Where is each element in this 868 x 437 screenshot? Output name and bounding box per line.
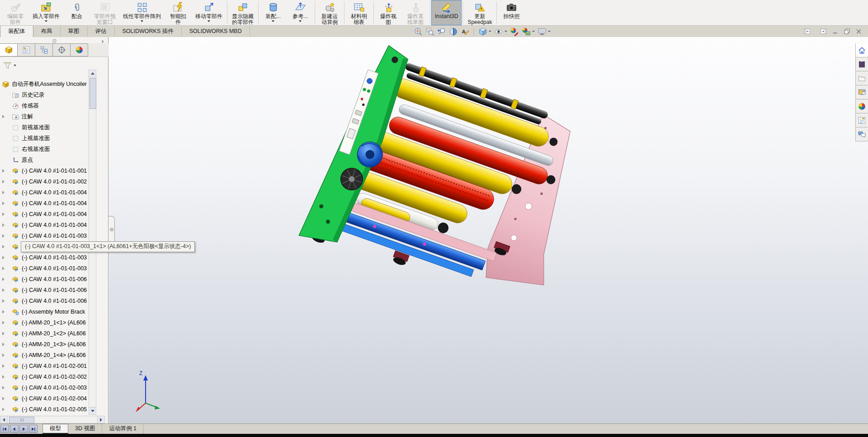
tree-part[interactable]: (-) AMM-20_1<1> (AL606 [0,317,89,328]
expand-arrow-icon[interactable] [2,223,9,227]
expand-arrow-icon[interactable] [2,332,9,335]
tab-sketch[interactable]: 草图 [61,26,88,37]
next-tab-button[interactable] [19,425,28,433]
tree-annotations[interactable]: 注解 [0,111,89,122]
model-3d-uncoiler[interactable] [271,38,615,336]
expand-arrow-icon[interactable] [2,277,9,281]
expand-arrow-icon[interactable] [2,234,9,238]
previous-view-button[interactable] [437,27,446,36]
last-tab-button[interactable] [29,425,38,433]
expand-arrow-icon[interactable] [2,245,9,249]
tree-part[interactable]: (-) CAW 4.0 #1-01-02-005 [0,404,89,415]
tree-right-plane[interactable]: 右视基准面 [0,144,89,155]
edit-appearance-button[interactable] [510,27,519,36]
linear-component-pattern-button[interactable]: 线性零部件阵列 [119,0,165,25]
tab-sw-addins[interactable]: SOLIDWORKS 插件 [115,26,182,37]
expand-arrow-icon[interactable] [2,202,9,205]
minimize-button[interactable] [831,28,839,35]
restore-button[interactable] [843,28,851,35]
tree-root[interactable]: 自动开卷机Assembly Uncoiler [0,79,89,89]
scroll-down-button[interactable] [89,407,96,414]
expand-arrow-icon[interactable] [2,256,9,259]
tree-top-plane[interactable]: 上视基准面 [0,133,89,144]
tree-part[interactable]: (-) CAW 4.0 #1-01-01-004 [0,220,89,230]
configurationmanager-tab[interactable] [35,43,53,56]
scroll-right-button[interactable] [97,416,104,423]
custom-properties-tab[interactable] [856,113,868,127]
first-tab-button[interactable] [0,425,9,433]
tree-sensors[interactable]: 传感器 [0,100,89,111]
tree-part[interactable]: (-) CAW 4.0 #1-01-02-003 [0,382,89,393]
tree-part[interactable]: (-) CAW 4.0 #1-01-01-006 [0,274,89,285]
tree-part[interactable]: (-) CAW 4.0 #1-01-01-004 [0,209,89,220]
dimxpertmanager-tab[interactable] [53,43,71,56]
apply-scene-button[interactable] [522,27,535,36]
design-library-tab[interactable] [856,57,868,71]
expand-arrow-icon[interactable] [2,397,9,400]
explode-line-sketch-button[interactable]: 爆炸直 线草图 [402,0,429,25]
show-hidden-components-button[interactable]: 显示隐藏 的零部件 [228,0,257,25]
tree-part[interactable]: (-) CAW 4.0 #1-01-02-004 [0,393,89,404]
annotation-views-button[interactable] [461,27,470,36]
zoom-to-area-button[interactable] [425,27,434,36]
bill-of-materials-button[interactable]: 材料明 细表 [345,0,373,25]
insert-components-button[interactable]: 插入零部件 [29,0,63,25]
tree-part[interactable]: (-) CAW 4.0 #1-01-01-003 [0,230,89,241]
tree-part[interactable]: (-) CAW 4.0 #1-01-02-002 [0,371,89,382]
expand-pane-left-button[interactable] [803,28,811,35]
expand-arrow-icon[interactable] [2,191,9,194]
tree-part[interactable]: (-) AMM-20_1<4> (AL606 [0,350,89,361]
tab-evaluate[interactable]: 评估 [88,26,115,37]
expand-arrow-icon[interactable] [2,310,9,314]
featuremanager-tree-tab[interactable] [0,43,18,56]
tree-part[interactable]: (-) CAW 4.0 #1-01-01-006 [0,285,89,296]
tree-part[interactable]: (-) AMM-20_1<2> (AL606 [0,328,89,339]
sw-resources-tab[interactable] [856,43,868,57]
expand-arrow-icon[interactable] [2,364,9,368]
expand-arrow-icon[interactable] [2,267,9,270]
assembly-features-button[interactable]: 装配... [259,0,287,25]
tree-part[interactable]: (-) CAW 4.0 #1-01-01-004 [0,198,89,209]
tree-part[interactable]: (-) CAW 4.0 #1-01-01-003 [0,252,89,263]
edit-component-button[interactable]: 编辑零 部件 [2,0,29,25]
mate-button[interactable]: 配合 [63,0,90,25]
tree-horizontal-scrollbar[interactable] [0,416,105,423]
hide-show-items-button[interactable] [494,27,507,36]
view-orientation-button[interactable] [478,27,491,36]
tree-part[interactable]: (-) CAW 4.0 #1-01-01-003 [0,263,89,274]
instant3d-button[interactable]: Instant3D [431,0,462,25]
tree-front-plane[interactable]: 前视基准面 [0,122,89,133]
tree-part[interactable]: (-) CAW 4.0 #1-01-02-001 [0,361,89,371]
tab-sw-mbd[interactable]: SOLIDWORKS MBD [182,26,250,37]
tree-part[interactable]: (-) CAW 4.0 #1-01-01-004 [0,187,89,198]
tree-history[interactable]: 历史记录 [0,89,89,100]
expand-arrow-icon[interactable] [2,212,9,216]
view-palette-tab[interactable] [856,85,868,99]
component-preview-window-button[interactable]: 零部件预 览窗口 [90,0,119,25]
tab-assembly[interactable]: 装配体 [0,26,33,37]
zoom-to-fit-button[interactable] [414,27,423,36]
expand-arrow-icon[interactable] [2,115,9,118]
expand-arrow-icon[interactable] [2,180,9,183]
panel-splitter-handle[interactable] [52,39,57,43]
scroll-up-button[interactable] [89,70,96,77]
3d-views-tab[interactable]: 3D 视图 [68,424,102,434]
expand-arrow-icon[interactable] [2,408,9,411]
tree-part[interactable]: (-) CAW 4.0 #1-01-01-002 [0,176,89,187]
section-view-button[interactable] [449,27,458,36]
prev-tab-button[interactable] [10,425,19,433]
close-button[interactable] [855,28,863,35]
propertymanager-tab[interactable] [18,43,35,56]
new-motion-study-button[interactable]: 新建运 动算例 [316,0,343,25]
motion-study-tab[interactable]: 运动算例 1 [102,424,143,434]
expand-arrow-icon[interactable] [2,288,9,292]
scrollbar-thumb[interactable] [90,78,96,109]
smart-fasteners-button[interactable]: 智能扣 件 [165,0,192,25]
tree-part[interactable]: (-) CAW 4.0 #1-01-01-001 [0,165,89,176]
take-snapshot-button[interactable]: 拍快照 [498,0,525,25]
panel-resize-splitter[interactable] [108,216,115,243]
expand-pane-right-button[interactable] [820,28,827,35]
file-explorer-tab[interactable] [856,71,868,85]
tree-part[interactable]: (-) AMM-20_1<3> (AL606 [0,339,89,350]
expand-arrow-icon[interactable] [2,343,9,346]
